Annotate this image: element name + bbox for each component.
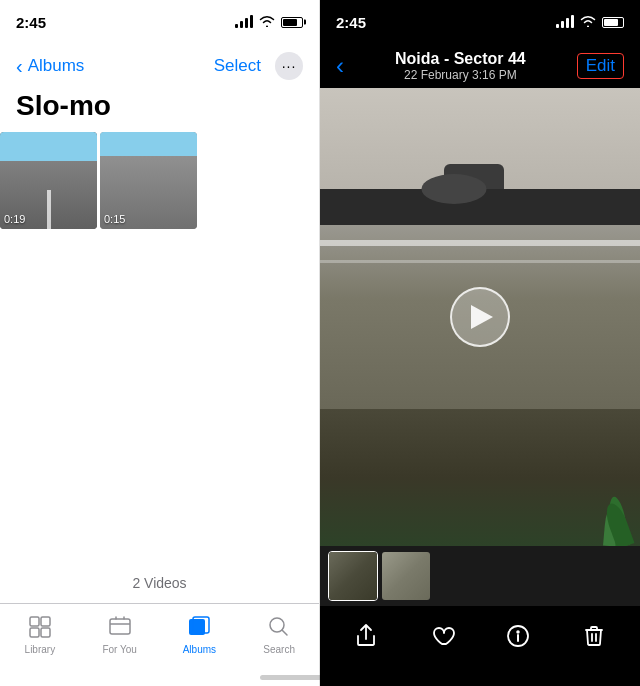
left-tab-bar: Library For You Albums (0, 603, 319, 686)
info-icon (505, 623, 531, 649)
tab-albums[interactable]: Albums (169, 614, 229, 655)
nav-title-area: Noida - Sector 44 22 February 3:16 PM (395, 49, 526, 83)
for-you-icon (107, 614, 133, 640)
gravel-area (320, 409, 640, 546)
back-albums-label: Albums (28, 56, 85, 76)
heart-icon (429, 623, 455, 649)
video-thumb-1[interactable]: 0:19 (0, 132, 97, 229)
right-home-indicator (420, 675, 540, 680)
info-button[interactable] (496, 614, 540, 658)
search-icon (266, 614, 292, 640)
svg-rect-4 (110, 619, 130, 634)
left-status-time: 2:45 (16, 14, 46, 31)
share-button[interactable] (344, 614, 388, 658)
svg-rect-3 (41, 628, 50, 637)
svg-rect-2 (30, 628, 39, 637)
heart-button[interactable] (420, 614, 464, 658)
nav-right-actions: Select ··· (214, 52, 303, 80)
right-status-icons (556, 15, 624, 30)
film-thumb-1[interactable] (328, 551, 378, 601)
sky-area (320, 88, 640, 189)
tab-library-label: Library (25, 644, 56, 655)
video-duration-2: 0:15 (104, 213, 125, 225)
video-count: 2 Videos (0, 563, 319, 603)
left-signal-icon (235, 16, 253, 28)
play-icon (471, 305, 493, 329)
tab-for-you[interactable]: For You (90, 614, 150, 655)
tab-albums-label: Albums (183, 644, 216, 655)
road-white-line (320, 240, 640, 246)
filmstrip (320, 546, 640, 606)
right-bottom-bar (320, 606, 640, 666)
plants-area (570, 486, 640, 546)
video-duration-1: 0:19 (4, 213, 25, 225)
nav-main-title: Noida - Sector 44 (395, 49, 526, 68)
more-dots-icon: ··· (282, 59, 297, 73)
share-icon (353, 623, 379, 649)
svg-rect-1 (41, 617, 50, 626)
left-nav-bar: ‹ Albums Select ··· (0, 44, 319, 88)
right-battery-icon (602, 17, 624, 28)
roller-body (320, 189, 640, 226)
left-status-icons (235, 15, 303, 30)
select-button[interactable]: Select (214, 56, 261, 76)
left-panel: 2:45 ‹ Albums (0, 0, 320, 686)
left-battery-icon (281, 17, 303, 28)
right-nav-bar: ‹ Noida - Sector 44 22 February 3:16 PM … (320, 44, 640, 88)
edit-button[interactable]: Edit (577, 53, 624, 79)
library-icon (27, 614, 53, 640)
tab-search[interactable]: Search (249, 614, 309, 655)
right-status-bar: 2:45 (320, 0, 640, 44)
back-chevron-icon: ‹ (16, 56, 23, 76)
left-wifi-icon (259, 15, 275, 30)
video-grid: 0:19 0:15 (0, 132, 319, 229)
svg-rect-0 (30, 617, 39, 626)
trash-icon (581, 623, 607, 649)
more-button[interactable]: ··· (275, 52, 303, 80)
film-thumb-image-2 (382, 552, 430, 600)
tab-search-label: Search (263, 644, 295, 655)
albums-icon (186, 614, 212, 640)
page-title: Slo-mo (0, 88, 319, 132)
back-albums-button[interactable]: ‹ Albums (16, 56, 84, 76)
video-thumb-2[interactable]: 0:15 (100, 132, 197, 229)
tab-library[interactable]: Library (10, 614, 70, 655)
back-button-right[interactable]: ‹ (336, 52, 344, 80)
nav-subtitle: 22 February 3:16 PM (404, 68, 517, 82)
trash-button[interactable] (572, 614, 616, 658)
play-button[interactable] (450, 287, 510, 347)
left-status-bar: 2:45 (0, 0, 319, 44)
svg-point-9 (517, 631, 519, 633)
right-panel: 2:45 ‹ Noida - Sector 44 (320, 0, 640, 686)
right-wifi-icon (580, 15, 596, 30)
main-image-area (320, 88, 640, 546)
right-status-time: 2:45 (336, 14, 366, 31)
film-thumb-2[interactable] (381, 551, 431, 601)
right-signal-icon (556, 16, 574, 28)
film-thumb-image-1 (329, 552, 377, 600)
tab-for-you-label: For You (102, 644, 136, 655)
